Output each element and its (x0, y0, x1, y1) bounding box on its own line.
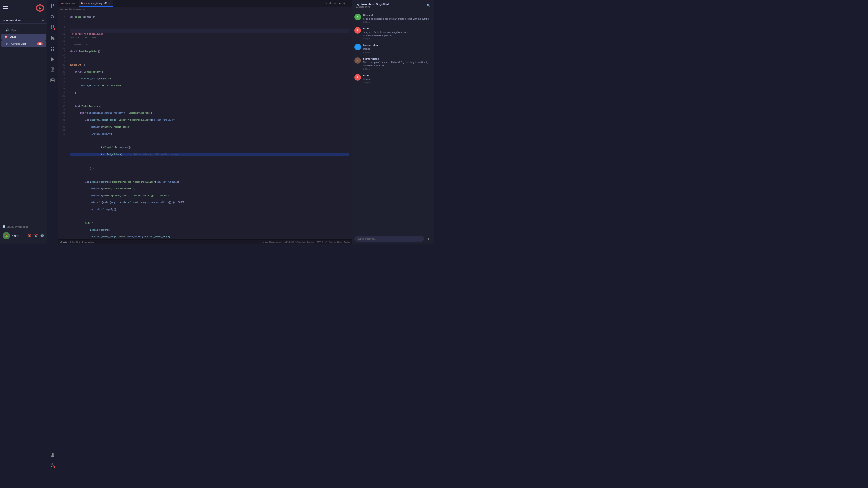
status-spaces: Spaces: 4 (308, 241, 315, 243)
search-icon[interactable] (50, 14, 56, 20)
preview-icon[interactable]: 👁 (328, 2, 332, 6)
info-icon: ℹ (77, 241, 78, 243)
run-icon[interactable] (50, 35, 56, 41)
svg-point-8 (53, 25, 54, 27)
chat-message-1: C Clement XRD is an exception. No one ca… (354, 13, 432, 23)
svg-point-9 (51, 28, 52, 29)
editor-content[interactable]: 6 7 8 9 10 11 12 13 14 15 16 17 18 19 20… (58, 11, 352, 239)
tab-zombie-factory-label: zombie_factory.rs M (88, 2, 107, 4)
run-code-icon[interactable]: ▶ (338, 2, 342, 6)
chat-subtitle: 19 users online (356, 6, 389, 8)
svg-point-11 (53, 38, 55, 40)
chat-message-3: K korone_stan thanks! 7:01 pm (354, 44, 432, 53)
status-branch[interactable]: ⎇ main* (60, 241, 67, 243)
chat-search-icon[interactable]: 🔍 (427, 4, 431, 7)
spell-icon: △ (334, 241, 336, 243)
speaker-icon: 🔊 (5, 28, 9, 32)
mute-button[interactable]: 🔇 (27, 233, 32, 238)
msg-time-5: 7:03 pm (363, 82, 432, 84)
sidebar-item-stage[interactable]: 🎯 Stage (1, 34, 46, 40)
tab-close-icon[interactable]: ✕ (108, 2, 110, 5)
split-layout-icon[interactable]: ⊟ (342, 2, 346, 6)
server-name-row[interactable]: cryptozombies ∧ (0, 17, 47, 24)
msg-author-1: Clement (363, 13, 432, 17)
chat-input[interactable] (354, 236, 424, 242)
sidebar-item-general-chat[interactable]: # General Chat 26 (1, 40, 46, 47)
msg-author-3: korone_stan (363, 44, 432, 47)
breadcrumb: src > zombie_factory.rs > ... (58, 7, 352, 11)
sidebar-item-label-general-chat: General Chat (11, 42, 35, 45)
server-name: cryptozombies (3, 19, 21, 22)
sidebar-item-label-space: Space (11, 29, 42, 32)
status-language: Rust (329, 241, 332, 243)
rs-icon-2: RS (84, 2, 87, 4)
status-prettier: Prettier (344, 241, 350, 243)
source-control-badge (54, 28, 56, 30)
sidebar-bottom: 📊 Space / cryptozombies 🧟 Andrei 🔇 ✂️ ⚙️ (0, 223, 47, 244)
error-icon: ⊘ (69, 241, 71, 243)
chevron-up-icon: ∧ (42, 19, 44, 22)
status-analyzer: ⚙ rust-analyzer (82, 241, 94, 243)
tab-zombie-factory-rs[interactable]: RS zombie_factory.rs M ✕ (79, 0, 113, 7)
modified-dot (81, 2, 83, 4)
space-link[interactable]: 📊 Space / cryptozombies (3, 226, 44, 228)
msg-text-1: XRD is an exception. No one can create a… (363, 17, 432, 21)
editor-tabs: RS random.rs RS zombie_factory.rs M ✕ ⧉ … (58, 0, 352, 7)
avatar-korone: K (354, 44, 361, 50)
svg-rect-12 (51, 47, 52, 48)
deafen-button[interactable]: ✂️ (33, 233, 38, 238)
avatar-attila-1: A (354, 27, 361, 34)
source-control-icon[interactable] (50, 25, 56, 30)
status-errors: ⊘ 0 △ 0 ℹ 1 (69, 241, 80, 243)
explorer-icon[interactable] (50, 3, 56, 9)
sidebar-header: ▶ (0, 0, 47, 17)
code-text: use crate::zombie::*; #[derive(NonFungib… (67, 11, 352, 239)
chat-title: cryptozombies_StageChat (356, 3, 389, 6)
chat-panel: cryptozombies_StageChat 19 users online … (352, 0, 434, 244)
message-body-3: korone_stan thanks! 7:01 pm (363, 44, 432, 53)
status-bar: ⎇ main* ⊘ 0 △ 0 ℹ 1 ⚙ rust-analyzer ◈ Yo… (58, 239, 352, 244)
msg-time-2: 6:59 pm (363, 38, 432, 40)
editor-activity-bar (47, 0, 58, 244)
settings-button[interactable]: ⚙️ (39, 233, 44, 238)
msg-text-3: thanks! (363, 47, 432, 51)
msg-author-2: Attila (363, 27, 432, 30)
image-icon[interactable] (50, 77, 56, 83)
git-branch-icon: ⎇ (60, 241, 62, 243)
username: Andrei (11, 234, 25, 237)
outline-icon[interactable]: ○ (333, 2, 337, 6)
svg-marker-16 (51, 58, 54, 61)
msg-time-4: 7:02 pm (363, 68, 432, 70)
status-cursor-info: ◈ You, 28 seconds ago (262, 241, 281, 243)
cursor-icon: ◈ (262, 241, 264, 243)
chat-title-group: cryptozombies_StageChat 19 users online (356, 3, 389, 8)
tab-random-rs[interactable]: RS random.rs (59, 0, 78, 7)
user-bar: 🧟 Andrei 🔇 ✂️ ⚙️ (3, 230, 44, 241)
sidebar-item-space[interactable]: 🔊 Space (1, 27, 46, 33)
message-body-5: Attila thanks! 7:03 pm (363, 74, 432, 84)
svg-point-5 (51, 15, 54, 18)
chat-input-area: ➤ (352, 233, 434, 244)
svg-text:▶: ▶ (39, 6, 42, 10)
warning-icon: △ (73, 241, 75, 243)
split-editor-icon[interactable]: ⧉ (324, 2, 328, 6)
play-icon[interactable] (50, 56, 56, 62)
message-body-2: Attila can you refactor to use non funga… (363, 27, 432, 40)
msg-text-5: thanks! (363, 78, 432, 81)
more-actions-icon[interactable]: … (347, 2, 351, 6)
msg-time-3: 7:01 pm (363, 51, 432, 53)
status-eol: LF (325, 241, 327, 243)
svg-rect-13 (53, 47, 55, 48)
chart-icon: 📊 (3, 226, 5, 228)
tab-random-rs-label: random.rs (65, 2, 75, 5)
avatar: 🧟 (3, 232, 10, 239)
analyzer-icon: ⚙ (82, 241, 83, 243)
hamburger-icon[interactable] (3, 6, 8, 10)
stage-icon: 🎯 (5, 35, 8, 38)
extensions-icon[interactable] (50, 46, 56, 52)
msg-time-1: 6:59 pm (363, 21, 432, 23)
avatar-attila-2: A (354, 74, 361, 81)
send-button[interactable]: ➤ (426, 235, 432, 242)
chat-message-2: A Attila can you refactor to use non fun… (354, 27, 432, 40)
document-icon[interactable] (50, 67, 56, 73)
